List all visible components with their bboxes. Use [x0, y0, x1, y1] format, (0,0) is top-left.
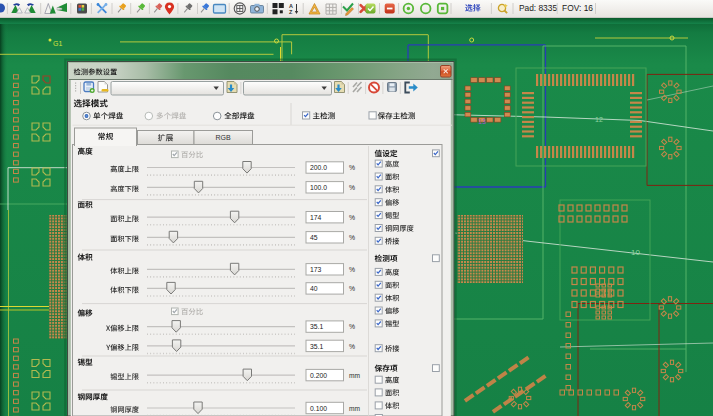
svg-text:0.100: 0.100 [310, 405, 327, 412]
svg-text:mm: mm [349, 372, 360, 379]
svg-text:%: % [349, 285, 355, 292]
svg-text:%: % [349, 184, 355, 191]
svg-text:200.0: 200.0 [310, 164, 327, 171]
svg-text:0.200: 0.200 [310, 372, 327, 379]
svg-text:%: % [349, 266, 355, 273]
svg-text:%: % [349, 214, 355, 221]
svg-text:Pad: 8335: Pad: 8335 [519, 3, 558, 13]
svg-text:%: % [349, 343, 355, 350]
svg-text:35.1: 35.1 [310, 323, 323, 330]
svg-text:40: 40 [310, 285, 318, 292]
svg-text:13: 13 [478, 118, 486, 125]
svg-text:10: 10 [631, 248, 640, 257]
svg-text:%: % [349, 234, 355, 241]
svg-text:G1: G1 [53, 40, 62, 47]
svg-text:100.0: 100.0 [310, 184, 327, 191]
svg-text:RGB: RGB [215, 134, 231, 141]
svg-text:mm: mm [349, 405, 360, 412]
svg-text:12: 12 [595, 116, 603, 123]
svg-text:FOV: 16: FOV: 16 [562, 3, 593, 13]
svg-text:45: 45 [310, 234, 318, 241]
svg-text:%: % [349, 323, 355, 330]
svg-text:%: % [349, 164, 355, 171]
svg-text:174: 174 [310, 214, 322, 221]
svg-text:35.1: 35.1 [310, 343, 323, 350]
svg-text:173: 173 [310, 266, 322, 273]
